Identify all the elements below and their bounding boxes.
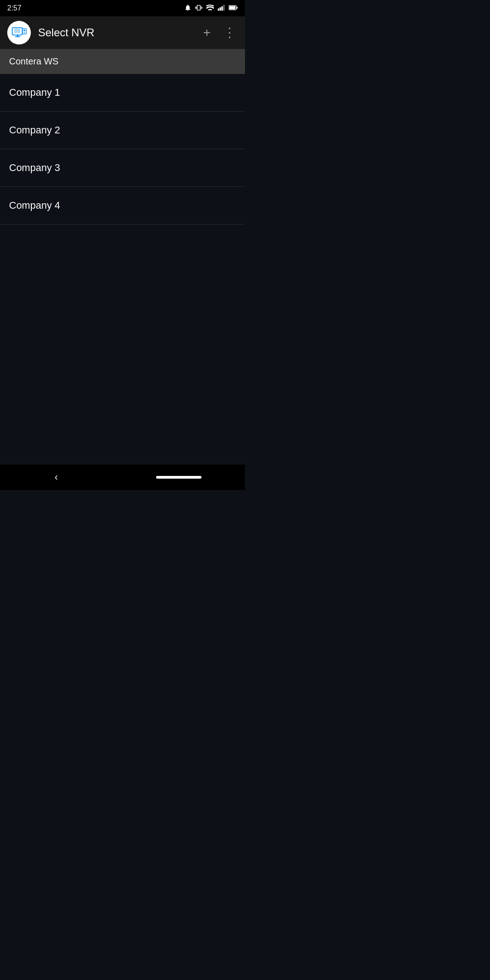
status-time: 2:57 (7, 4, 21, 12)
company-name: Company 1 (9, 87, 60, 98)
add-button[interactable]: + (201, 24, 212, 41)
svg-point-12 (24, 29, 25, 31)
company-name: Company 4 (9, 200, 60, 211)
battery-icon (229, 5, 238, 12)
status-bar: 2:57 (0, 0, 245, 16)
signal-icon (218, 5, 225, 12)
company-name: Company 3 (9, 162, 60, 173)
status-icons (184, 4, 238, 13)
list-item[interactable]: Company 2 (0, 112, 245, 149)
alarm-icon (184, 4, 191, 13)
category-label: Contera WS (9, 56, 59, 66)
toolbar-actions: + ⋮ (201, 24, 238, 41)
svg-rect-5 (236, 6, 237, 9)
svg-rect-8 (14, 29, 20, 33)
svg-rect-3 (223, 5, 225, 10)
category-header: Contera WS (0, 49, 245, 74)
svg-rect-6 (229, 6, 235, 9)
svg-point-13 (24, 32, 25, 34)
app-logo (7, 21, 31, 44)
nvr-list: Company 1 Company 2 Company 3 Company 4 (0, 74, 245, 225)
list-item[interactable]: Company 4 (0, 187, 245, 225)
home-pill[interactable] (156, 476, 201, 479)
list-item[interactable]: Company 1 (0, 74, 245, 112)
wifi-icon (206, 5, 214, 12)
vibrate-icon (195, 4, 202, 13)
page-title: Select NVR (38, 26, 194, 39)
svg-rect-0 (218, 8, 219, 10)
app-bar: Select NVR + ⋮ (0, 16, 245, 49)
svg-rect-1 (220, 7, 221, 10)
svg-rect-10 (15, 36, 20, 37)
company-name: Company 2 (9, 124, 60, 136)
nav-bar: ‹ (0, 465, 245, 490)
back-button[interactable]: ‹ (44, 468, 69, 487)
list-item[interactable]: Company 3 (0, 149, 245, 187)
more-options-button[interactable]: ⋮ (221, 24, 238, 41)
svg-rect-2 (221, 6, 223, 10)
